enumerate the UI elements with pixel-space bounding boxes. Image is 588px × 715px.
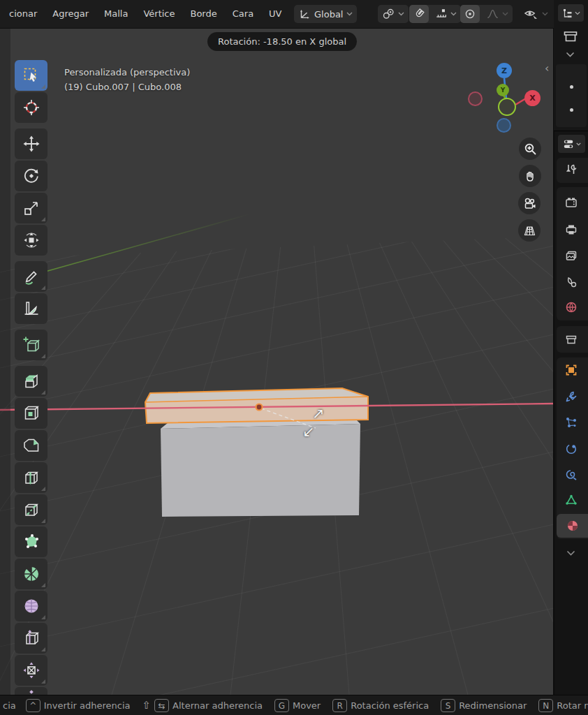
hint-label: Rotación esférica	[351, 700, 429, 711]
proportional-falloff-dropdown[interactable]	[479, 8, 508, 20]
tabs-overflow-chevron-icon[interactable]	[566, 550, 575, 556]
outliner-expand-chevron-icon[interactable]	[566, 52, 575, 57]
tab-collection[interactable]	[554, 327, 588, 351]
pan-button[interactable]	[519, 165, 541, 187]
operator-status-tooltip: Rotación: -18.50 en X global	[207, 32, 357, 51]
shrink-fatten-icon	[22, 661, 41, 679]
collection-box-icon[interactable]	[563, 29, 578, 44]
tool-inset-faces[interactable]	[15, 398, 47, 429]
gizmo-x-neg-axis[interactable]	[468, 91, 483, 106]
tool-move[interactable]	[15, 128, 47, 159]
tab-physics[interactable]	[554, 437, 588, 461]
tool-bevel[interactable]	[15, 430, 47, 461]
gizmo-y-neg-axis[interactable]	[498, 98, 516, 116]
tool-annotate[interactable]	[15, 261, 47, 292]
tool-scale[interactable]	[15, 193, 47, 223]
extrude-region-icon	[22, 372, 41, 390]
tool-shrink-fatten[interactable]	[15, 655, 47, 686]
snap-target-dropdown[interactable]	[428, 8, 457, 20]
select-box-icon	[22, 66, 41, 84]
menu-edge[interactable]: Borde	[183, 0, 225, 28]
gizmo-z-axis[interactable]: Z	[497, 63, 512, 78]
outliner-item-list[interactable]	[556, 64, 587, 127]
outliner-object-dot[interactable]	[570, 108, 573, 112]
pivot-point-dropdown[interactable]	[378, 5, 409, 23]
tool-cursor[interactable]	[15, 92, 47, 123]
shift-key-icon: ⇧	[142, 700, 152, 711]
cursor-3d-icon	[22, 98, 41, 117]
tab-material[interactable]	[557, 514, 588, 538]
outliner-object-dot[interactable]	[570, 85, 573, 89]
add-cube-icon	[22, 336, 41, 354]
mesh-base-cube[interactable]	[161, 415, 360, 517]
r-keycap: R	[332, 699, 347, 712]
statusbar-clipped-text: cia	[3, 700, 16, 711]
panel-divider	[554, 131, 588, 131]
outliner-editor-type-button[interactable]	[558, 4, 584, 22]
pivot-point-icon	[382, 8, 395, 20]
perspective-toggle-button[interactable]	[518, 219, 541, 242]
proportional-edit-toggle[interactable]	[460, 5, 480, 23]
hint-label: Redimensionar	[459, 700, 527, 711]
tab-tool[interactable]	[554, 158, 588, 182]
camera-view-button[interactable]	[518, 192, 541, 214]
rotate-cursor-sw-icon: ↙	[302, 423, 315, 440]
tool-loop-cut[interactable]	[15, 462, 47, 493]
tool-rip-region[interactable]	[15, 687, 47, 695]
transform-orientation-dropdown[interactable]: Global	[294, 5, 357, 23]
output-tab-icon	[565, 223, 578, 236]
hint-label: Rotar norn	[557, 700, 588, 711]
tool-extrude-region[interactable]	[15, 366, 47, 397]
menu-uv[interactable]: UV	[261, 0, 289, 28]
tool-select-box[interactable]	[15, 60, 47, 91]
chevron-down-icon	[542, 12, 548, 16]
menu-vertex[interactable]: Vértice	[135, 0, 182, 28]
blender-window: ↗ ↙ Personalizada (perspectiva) (19) Cub…	[0, 0, 588, 715]
tool-spin[interactable]	[15, 559, 47, 589]
tool-add-cube[interactable]	[15, 330, 47, 360]
tab-particles[interactable]	[554, 411, 588, 434]
gizmo-z-neg-axis[interactable]	[497, 118, 511, 133]
snap-group	[409, 5, 461, 23]
menu-face[interactable]: Cara	[225, 0, 261, 28]
tab-world[interactable]	[554, 295, 588, 319]
gizmo-y-axis[interactable]: Y	[497, 84, 509, 96]
menu-select[interactable]: cionar	[0, 0, 45, 28]
tool-smooth[interactable]	[15, 591, 47, 621]
navigation-gizmo[interactable]: Z Y X	[458, 54, 556, 140]
tool-edge-slide[interactable]	[15, 623, 47, 654]
tab-render[interactable]	[554, 191, 588, 214]
statusbar-hint-resize: S Redimensionar	[441, 699, 527, 712]
snap-toggle-button[interactable]	[409, 5, 429, 23]
sidebar-collapse-icon[interactable]: ‹	[545, 61, 549, 75]
smooth-icon	[22, 597, 41, 615]
pivot-point	[256, 404, 263, 411]
render-tab-icon	[565, 196, 578, 209]
tool-transform[interactable]	[15, 225, 47, 256]
properties-editor-type-button[interactable]	[558, 135, 585, 153]
tab-output[interactable]	[554, 218, 588, 242]
viewport-grid	[0, 70, 554, 695]
material-tab-icon	[566, 519, 579, 532]
tab-modifiers[interactable]	[554, 385, 588, 408]
tool-rotate[interactable]	[15, 161, 47, 191]
object-tab-icon	[565, 364, 578, 376]
active-object-label: (19) Cubo.007 | Cubo.008	[64, 82, 182, 92]
tab-object[interactable]	[554, 358, 588, 382]
zoom-button[interactable]	[519, 138, 541, 160]
tab-scene[interactable]	[554, 270, 588, 294]
tool-measure[interactable]	[15, 293, 47, 324]
n-keycap: N	[538, 699, 553, 712]
tab-constraints[interactable]	[554, 463, 588, 487]
tool-poly-build[interactable]	[15, 526, 47, 557]
tool-knife[interactable]	[15, 494, 47, 525]
menu-mesh[interactable]: Malla	[96, 0, 135, 28]
rip-region-icon	[22, 688, 41, 695]
menu-add[interactable]: Agregar	[45, 0, 96, 28]
tab-object-data[interactable]	[554, 488, 588, 512]
chevron-down-icon	[502, 12, 508, 16]
tab-view-layer[interactable]	[554, 244, 588, 268]
gizmo-x-axis[interactable]: X	[524, 90, 541, 106]
orientation-axes-icon	[298, 8, 311, 20]
mesh-edit-options-dropdown[interactable]	[520, 5, 552, 23]
